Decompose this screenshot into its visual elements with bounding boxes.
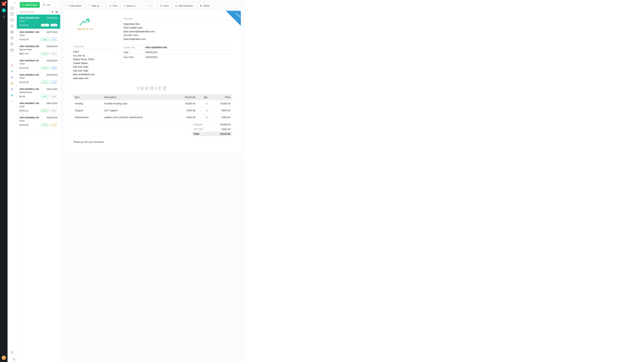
bookmark-icon[interactable] [10,93,14,98]
chip-active: active [41,81,49,84]
stop-icon[interactable] [10,63,14,67]
table-row: Maintenanceupdates and schedule maintena… [73,114,232,121]
cell-qty: 1 [197,100,209,107]
mark-as-button[interactable]: 〰Mark as⌄ [86,3,105,8]
recent-icon[interactable] [10,350,14,355]
date-value: 09/03/2020 [145,51,158,54]
home-icon[interactable] [10,6,14,10]
cell-price: €300.00 [209,114,232,121]
collapse-icon[interactable]: ⇤ [14,2,16,4]
invoice-list-item[interactable]: #INV-20200820-19708/20/2020AT&T€2142.00a… [17,57,60,71]
invoice-list-item[interactable]: #INV-20200826-19808/26/2020Marcel Evian$… [17,43,60,57]
provider-phone: 314-467-7311 [124,33,232,37]
edit-invoice-button[interactable]: ✎Edit Invoice [64,3,84,8]
flag-purple-icon[interactable] [10,87,14,92]
list-item-customer: Marcel Evian [20,91,58,93]
check-box-icon[interactable] [10,81,14,86]
list-item-customer: AT&T [20,77,58,79]
money-icon[interactable] [10,30,14,34]
search-icon[interactable] [2,15,6,19]
list-item-number: #INV-20200811-195 [20,88,39,90]
invoice-list-item[interactable]: #INV-20200807-19408/07/2020AT&T$7610.21a… [17,100,60,114]
totals-block: Subtotal€1800.00 VAT 19%€342.00 Total€21… [192,122,232,136]
cell-item: Hosting [73,100,102,107]
clock-icon[interactable] [10,36,14,40]
clone-button[interactable]: ⧉Clone [158,3,172,8]
customer-city: Dallas Texas 75202 [73,57,117,61]
chevron-down-icon: ⌄ [55,3,57,6]
contacts-icon[interactable] [10,24,14,28]
collapse-up-icon[interactable]: ⌃ [10,54,14,58]
flag-green-icon[interactable] [10,69,14,73]
quick-add-button[interactable]: + [2,8,6,12]
list-item-amount: €2142.00 [20,81,28,83]
invno-label: Invoice No. [124,46,145,49]
brand-logo-icon [79,18,91,26]
folder-icon[interactable] [10,18,14,22]
invoice-list-item[interactable]: #INV-20200903-20009/03/2020AT&T€2142.00a… [17,14,60,29]
chip-active: active [40,109,49,112]
vat-label: VAT 19% [194,128,222,131]
company-brand: imperative run [73,17,117,41]
provider-email: paul.mason@imperative.com [124,30,232,33]
provider-site: www.imperative.com [124,37,232,41]
customer-phone1: 435-244-1080 [73,65,117,69]
svg-point-0 [3,16,5,17]
list-item-amount: €2142.00 [20,24,28,26]
list-item-amount: $8677.44 [20,52,28,55]
eye-icon[interactable] [55,11,58,13]
customer-street: 411 Elm St. [73,54,117,57]
sidebar-separator [9,61,15,61]
vat-value: €342.00 [222,128,230,131]
cell-desc: updates and schedule maintenance [102,114,174,121]
filter-icon[interactable] [51,11,54,13]
list-header: INVOICE (110) [17,9,60,14]
col-desc: Description [102,94,174,100]
chip-active: active [40,52,49,55]
app-logo[interactable]: p [2,2,6,6]
list-item-number: #INV-20200903-200 [20,16,39,19]
list-item-customer: AT&T [20,34,58,36]
list-item-number: #INV-20200820-197 [20,59,39,62]
list-item-number: #INV-20200826-198 [20,45,39,48]
plus-icon: + [22,3,24,6]
invoice-list-item[interactable]: #INV-20200811-19508/11/2020Marcel Evian$… [17,86,60,100]
print-button[interactable]: 🖨Print [107,3,120,8]
view-payments-button[interactable]: $View Payments [173,3,196,8]
customer-country: United States [73,61,117,65]
list-item-amount: $6.38 [20,95,25,98]
calendar-icon[interactable] [10,48,14,52]
printer-icon: 🖨 [109,4,111,7]
total-label: Total [194,133,220,135]
reports-icon[interactable] [10,42,14,46]
chip-sent: sent [50,123,58,126]
chip-active: active [41,24,49,27]
chip-draft: draft [50,95,58,98]
chip-active: active [41,66,49,69]
user-avatar[interactable] [2,356,6,360]
add-module-icon[interactable]: + [10,99,14,104]
settings-wrench-icon[interactable]: 🔧 [13,358,16,361]
list-item-number: #INV-20200806-193 [20,116,39,119]
invoice-list-item[interactable]: #INV-20200813-19608/13/2020AT&T€2142.00a… [17,71,60,86]
person-blue-icon[interactable] [10,75,14,80]
invoice-list-item[interactable]: #INV-20200827-19908/27/2020AT&T€2142.00a… [17,29,60,43]
invoice-list-item[interactable]: #INV-20200806-19308/06/2020AT&T€2142.00a… [17,114,60,129]
provider-street: 2032 Cottrill Lane [124,26,232,29]
list-item-date: 08/13/2020 [46,73,58,76]
delete-button[interactable]: 🗑Delete [197,3,212,8]
due-value: 10/03/2020 [145,56,158,58]
module-sidebar: ⇤ ⌃ + 🔧 [8,0,17,362]
svg-point-13 [12,77,12,77]
view-mode-select[interactable]: ☰ List ⌄ [41,2,58,8]
list-item-date: 09/03/2020 [46,16,58,19]
chip-sent: sent [50,81,58,84]
export-button[interactable]: ⎘Export to⌄ [122,3,141,8]
building-icon[interactable] [10,12,14,16]
table-row: Support24/7 support€500.001€500.00 [73,107,232,114]
provider-title: Provider [124,17,232,21]
customer-block: Customer AT&T 411 Elm St. Dallas Texas 7… [73,45,117,80]
svg-point-17 [56,12,57,12]
customer-email: john.smith@att.com [73,72,117,76]
add-invoice-button[interactable]: +Add Invoice [20,2,40,8]
